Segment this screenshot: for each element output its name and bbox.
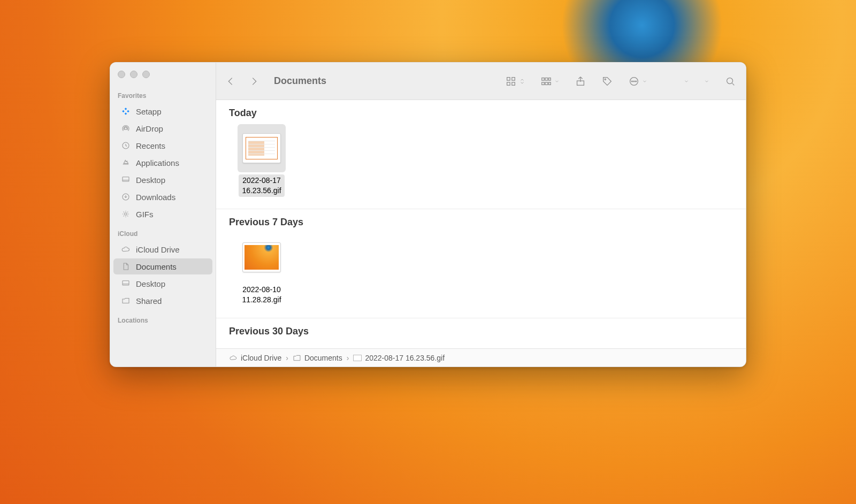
sidebar-item-desktop[interactable]: Desktop xyxy=(113,172,212,188)
sidebar-item-documents[interactable]: Documents xyxy=(113,258,212,274)
sidebar-item-downloads[interactable]: Downloads xyxy=(113,189,212,205)
path-crumb-iclouddrive[interactable]: iCloud Drive xyxy=(229,354,281,362)
file-item[interactable]: 2022-08-17 16.23.56.gif xyxy=(232,124,291,197)
sidebar-section-icloud: iCloud xyxy=(110,228,216,241)
group-header-today: Today xyxy=(216,100,746,124)
sidebar-item-applications[interactable]: Applications xyxy=(113,155,212,171)
sidebar-item-airdrop[interactable]: AirDrop xyxy=(113,120,212,136)
group-header-prev30: Previous 30 Days xyxy=(216,318,746,342)
sidebar-item-label: Desktop xyxy=(136,175,165,185)
setapp-icon xyxy=(121,106,131,116)
toolbar: Documents xyxy=(216,63,746,100)
svg-point-0 xyxy=(125,127,127,130)
group-header-prev7: Previous 7 Days xyxy=(216,209,746,233)
svg-rect-7 xyxy=(512,77,515,80)
path-crumb-label: iCloud Drive xyxy=(241,354,281,362)
window-title: Documents xyxy=(274,75,326,87)
path-bar: iCloud Drive › Documents › 2022-08-17 16… xyxy=(216,348,746,366)
window-controls xyxy=(110,68,216,78)
sidebar-item-label: GIFs xyxy=(136,210,154,219)
group-body-today: 2022-08-17 16.23.56.gif xyxy=(216,124,746,209)
dropdown-2[interactable] xyxy=(704,79,709,84)
svg-rect-10 xyxy=(542,78,545,80)
toolbar-actions xyxy=(505,75,736,87)
gear-icon xyxy=(121,209,131,219)
sidebar-item-label: Applications xyxy=(136,158,179,167)
document-icon xyxy=(121,262,131,271)
applications-icon xyxy=(121,158,131,167)
svg-point-4 xyxy=(125,213,127,216)
file-item[interactable]: 2022-08-10 11.28.28.gif xyxy=(232,233,291,306)
sidebar-item-setapp[interactable]: Setapp xyxy=(113,103,212,119)
svg-rect-11 xyxy=(545,78,548,80)
airdrop-icon xyxy=(121,124,131,133)
svg-rect-14 xyxy=(545,82,548,85)
view-icons-button[interactable] xyxy=(505,75,525,87)
minimize-icon[interactable] xyxy=(130,71,137,78)
desktop-icon xyxy=(121,175,131,185)
dropdown-1[interactable] xyxy=(684,79,689,84)
tags-button[interactable] xyxy=(601,75,613,87)
sidebar-item-label: Setapp xyxy=(136,107,162,116)
svg-point-22 xyxy=(727,78,733,83)
search-button[interactable] xyxy=(724,75,736,87)
path-crumb-label: 2022-08-17 16.23.56.gif xyxy=(365,354,445,362)
downloads-icon xyxy=(121,192,131,202)
close-icon[interactable] xyxy=(118,71,125,78)
back-button[interactable] xyxy=(225,75,236,87)
sidebar-item-label: AirDrop xyxy=(136,124,163,133)
svg-point-20 xyxy=(633,81,635,82)
sidebar-item-recents[interactable]: Recents xyxy=(113,138,212,154)
svg-rect-9 xyxy=(512,82,515,85)
path-crumb-label: Documents xyxy=(304,354,342,362)
zoom-icon[interactable] xyxy=(142,71,150,78)
svg-rect-2 xyxy=(123,177,129,181)
sidebar-item-label: Documents xyxy=(136,262,177,271)
svg-rect-13 xyxy=(542,82,545,85)
sidebar-item-label: Shared xyxy=(136,296,162,306)
file-name[interactable]: 2022-08-10 11.28.28.gif xyxy=(239,284,284,306)
svg-rect-15 xyxy=(549,82,551,85)
folder-icon xyxy=(293,354,301,362)
cloud-icon xyxy=(121,245,131,254)
file-thumbnail[interactable] xyxy=(238,124,286,172)
sidebar-item-desktop-icloud[interactable]: Desktop xyxy=(113,276,212,292)
sidebar-section-favorites: Favorites xyxy=(110,90,216,103)
sidebar-section-locations: Locations xyxy=(110,315,216,327)
nav-arrows xyxy=(225,75,260,87)
main-area: Documents xyxy=(216,63,746,366)
group-body-prev7: 2022-08-10 11.28.28.gif xyxy=(216,233,746,318)
svg-point-21 xyxy=(636,81,637,82)
file-name[interactable]: 2022-08-17 16.23.56.gif xyxy=(239,174,284,197)
cloud-icon xyxy=(229,354,238,362)
sidebar-item-iclouddrive[interactable]: iCloud Drive xyxy=(113,241,212,257)
preview-image-icon xyxy=(246,137,278,159)
path-crumb-file[interactable]: 2022-08-17 16.23.56.gif xyxy=(353,354,445,362)
content-area: Today 2022-08-17 16.23.56.gif Previous 7… xyxy=(216,100,746,348)
finder-window: Favorites Setapp AirDrop Recents Applica… xyxy=(110,62,746,367)
preview-image-icon xyxy=(244,245,279,270)
sidebar-item-label: Recents xyxy=(136,141,165,150)
sidebar: Favorites Setapp AirDrop Recents Applica… xyxy=(110,63,216,366)
sidebar-item-shared[interactable]: Shared xyxy=(113,293,212,309)
content-scroll[interactable]: Today 2022-08-17 16.23.56.gif Previous 7… xyxy=(216,100,746,348)
more-actions-button[interactable] xyxy=(628,75,647,87)
sidebar-item-gifs[interactable]: GIFs xyxy=(113,206,212,222)
sidebar-item-label: iCloud Drive xyxy=(136,245,180,254)
svg-rect-6 xyxy=(507,77,510,80)
svg-rect-12 xyxy=(549,78,551,80)
file-thumb-icon xyxy=(353,355,362,361)
forward-button[interactable] xyxy=(248,75,260,87)
svg-rect-5 xyxy=(123,281,129,285)
svg-point-17 xyxy=(605,79,606,80)
clock-icon xyxy=(121,141,131,150)
chevron-right-icon: › xyxy=(286,354,288,362)
sidebar-item-label: Downloads xyxy=(136,193,175,202)
share-button[interactable] xyxy=(575,75,586,87)
svg-rect-8 xyxy=(507,82,510,85)
group-by-button[interactable] xyxy=(540,75,560,87)
file-thumbnail[interactable] xyxy=(238,233,286,281)
path-crumb-documents[interactable]: Documents xyxy=(293,354,342,362)
desktop-icon xyxy=(121,279,131,288)
shared-folder-icon xyxy=(121,296,131,306)
